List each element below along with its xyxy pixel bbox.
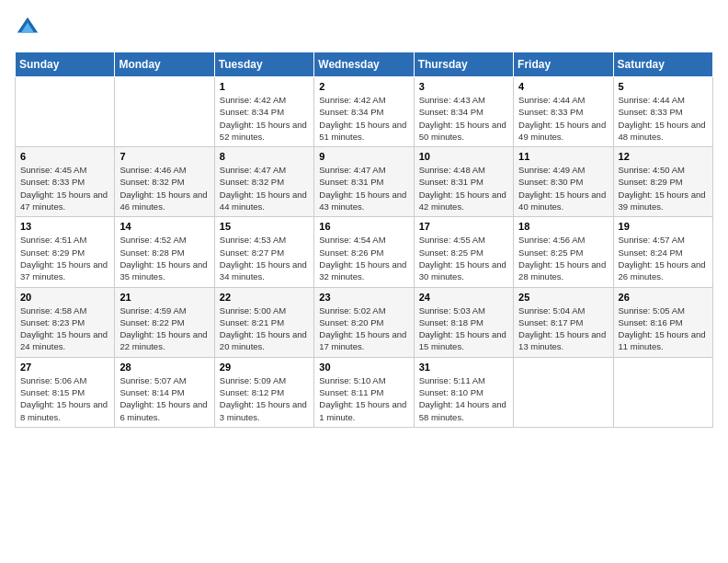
day-number: 27 xyxy=(20,362,109,373)
calendar-cell: 3Sunrise: 4:43 AM Sunset: 8:34 PM Daylig… xyxy=(414,77,513,147)
calendar-header: SundayMondayTuesdayWednesdayThursdayFrid… xyxy=(16,52,713,77)
calendar-cell: 21Sunrise: 4:59 AM Sunset: 8:22 PM Dayli… xyxy=(115,287,214,357)
day-info: Sunrise: 4:42 AM Sunset: 8:34 PM Dayligh… xyxy=(319,94,408,143)
day-number: 7 xyxy=(119,151,209,162)
day-info: Sunrise: 5:03 AM Sunset: 8:18 PM Dayligh… xyxy=(419,304,508,353)
day-info: Sunrise: 5:10 AM Sunset: 8:11 PM Dayligh… xyxy=(319,374,408,423)
calendar-week-row: 6Sunrise: 4:45 AM Sunset: 8:33 PM Daylig… xyxy=(16,147,713,217)
day-info: Sunrise: 4:47 AM Sunset: 8:31 PM Dayligh… xyxy=(319,164,408,213)
day-number: 9 xyxy=(319,151,408,162)
calendar-cell: 19Sunrise: 4:57 AM Sunset: 8:24 PM Dayli… xyxy=(613,217,712,287)
day-number: 11 xyxy=(518,151,608,162)
weekday-header: Monday xyxy=(115,52,214,77)
calendar-cell: 2Sunrise: 4:42 AM Sunset: 8:34 PM Daylig… xyxy=(314,77,414,147)
day-info: Sunrise: 4:51 AM Sunset: 8:29 PM Dayligh… xyxy=(20,234,109,282)
day-info: Sunrise: 4:55 AM Sunset: 8:25 PM Dayligh… xyxy=(419,234,508,282)
calendar-cell: 9Sunrise: 4:47 AM Sunset: 8:31 PM Daylig… xyxy=(314,147,414,217)
day-info: Sunrise: 5:11 AM Sunset: 8:10 PM Dayligh… xyxy=(419,374,508,423)
calendar-cell: 4Sunrise: 4:44 AM Sunset: 8:33 PM Daylig… xyxy=(514,77,613,147)
day-number: 12 xyxy=(619,151,708,162)
calendar: SundayMondayTuesdayWednesdayThursdayFrid… xyxy=(15,52,713,428)
day-info: Sunrise: 4:52 AM Sunset: 8:28 PM Dayligh… xyxy=(119,234,209,282)
day-number: 2 xyxy=(319,81,408,92)
day-info: Sunrise: 4:49 AM Sunset: 8:30 PM Dayligh… xyxy=(518,164,608,213)
calendar-cell xyxy=(613,357,712,427)
day-info: Sunrise: 4:53 AM Sunset: 8:27 PM Dayligh… xyxy=(220,234,309,282)
calendar-cell: 11Sunrise: 4:49 AM Sunset: 8:30 PM Dayli… xyxy=(514,147,613,217)
calendar-cell: 24Sunrise: 5:03 AM Sunset: 8:18 PM Dayli… xyxy=(414,287,513,357)
calendar-cell: 20Sunrise: 4:58 AM Sunset: 8:23 PM Dayli… xyxy=(16,287,115,357)
day-info: Sunrise: 5:06 AM Sunset: 8:15 PM Dayligh… xyxy=(20,374,109,423)
calendar-cell: 14Sunrise: 4:52 AM Sunset: 8:28 PM Dayli… xyxy=(115,217,214,287)
day-number: 5 xyxy=(619,81,708,92)
calendar-cell: 5Sunrise: 4:44 AM Sunset: 8:33 PM Daylig… xyxy=(613,77,712,147)
day-info: Sunrise: 5:05 AM Sunset: 8:16 PM Dayligh… xyxy=(619,304,708,353)
day-info: Sunrise: 4:50 AM Sunset: 8:29 PM Dayligh… xyxy=(619,164,708,213)
calendar-cell: 12Sunrise: 4:50 AM Sunset: 8:29 PM Dayli… xyxy=(613,147,712,217)
weekday-header: Wednesday xyxy=(314,52,414,77)
day-info: Sunrise: 4:45 AM Sunset: 8:33 PM Dayligh… xyxy=(20,164,109,213)
calendar-cell: 16Sunrise: 4:54 AM Sunset: 8:26 PM Dayli… xyxy=(314,217,414,287)
calendar-cell: 1Sunrise: 4:42 AM Sunset: 8:34 PM Daylig… xyxy=(214,77,313,147)
calendar-cell: 10Sunrise: 4:48 AM Sunset: 8:31 PM Dayli… xyxy=(414,147,513,217)
day-info: Sunrise: 5:00 AM Sunset: 8:21 PM Dayligh… xyxy=(220,304,309,353)
day-number: 17 xyxy=(419,221,508,232)
day-info: Sunrise: 4:43 AM Sunset: 8:34 PM Dayligh… xyxy=(419,94,508,143)
calendar-cell: 22Sunrise: 5:00 AM Sunset: 8:21 PM Dayli… xyxy=(214,287,313,357)
day-info: Sunrise: 5:04 AM Sunset: 8:17 PM Dayligh… xyxy=(518,304,608,353)
calendar-cell: 23Sunrise: 5:02 AM Sunset: 8:20 PM Dayli… xyxy=(314,287,414,357)
weekday-header: Thursday xyxy=(414,52,513,77)
calendar-cell: 13Sunrise: 4:51 AM Sunset: 8:29 PM Dayli… xyxy=(16,217,115,287)
day-number: 19 xyxy=(619,221,708,232)
day-number: 20 xyxy=(20,292,109,303)
page-header xyxy=(15,15,713,40)
day-number: 3 xyxy=(419,81,508,92)
day-number: 23 xyxy=(319,292,408,303)
day-info: Sunrise: 4:48 AM Sunset: 8:31 PM Dayligh… xyxy=(419,164,508,213)
day-number: 26 xyxy=(619,292,708,303)
calendar-week-row: 13Sunrise: 4:51 AM Sunset: 8:29 PM Dayli… xyxy=(16,217,713,287)
calendar-cell: 28Sunrise: 5:07 AM Sunset: 8:14 PM Dayli… xyxy=(115,357,214,427)
day-info: Sunrise: 4:54 AM Sunset: 8:26 PM Dayligh… xyxy=(319,234,408,282)
day-number: 16 xyxy=(319,221,408,232)
day-info: Sunrise: 4:56 AM Sunset: 8:25 PM Dayligh… xyxy=(518,234,608,282)
calendar-cell: 26Sunrise: 5:05 AM Sunset: 8:16 PM Dayli… xyxy=(613,287,712,357)
calendar-cell: 27Sunrise: 5:06 AM Sunset: 8:15 PM Dayli… xyxy=(16,357,115,427)
calendar-cell: 7Sunrise: 4:46 AM Sunset: 8:32 PM Daylig… xyxy=(115,147,214,217)
calendar-week-row: 27Sunrise: 5:06 AM Sunset: 8:15 PM Dayli… xyxy=(16,357,713,427)
day-info: Sunrise: 4:46 AM Sunset: 8:32 PM Dayligh… xyxy=(119,164,209,213)
calendar-cell: 25Sunrise: 5:04 AM Sunset: 8:17 PM Dayli… xyxy=(514,287,613,357)
calendar-cell: 30Sunrise: 5:10 AM Sunset: 8:11 PM Dayli… xyxy=(314,357,414,427)
calendar-cell: 29Sunrise: 5:09 AM Sunset: 8:12 PM Dayli… xyxy=(214,357,313,427)
day-info: Sunrise: 4:44 AM Sunset: 8:33 PM Dayligh… xyxy=(619,94,708,143)
weekday-header: Sunday xyxy=(16,52,115,77)
calendar-cell: 15Sunrise: 4:53 AM Sunset: 8:27 PM Dayli… xyxy=(214,217,313,287)
logo-icon xyxy=(15,15,40,40)
calendar-body: 1Sunrise: 4:42 AM Sunset: 8:34 PM Daylig… xyxy=(16,77,713,428)
day-number: 10 xyxy=(419,151,508,162)
day-info: Sunrise: 5:09 AM Sunset: 8:12 PM Dayligh… xyxy=(220,374,309,423)
calendar-cell xyxy=(514,357,613,427)
day-number: 21 xyxy=(119,292,209,303)
calendar-week-row: 1Sunrise: 4:42 AM Sunset: 8:34 PM Daylig… xyxy=(16,77,713,147)
day-info: Sunrise: 4:57 AM Sunset: 8:24 PM Dayligh… xyxy=(619,234,708,282)
day-number: 6 xyxy=(20,151,109,162)
day-number: 30 xyxy=(319,362,408,373)
logo xyxy=(15,15,44,40)
calendar-cell: 6Sunrise: 4:45 AM Sunset: 8:33 PM Daylig… xyxy=(16,147,115,217)
day-info: Sunrise: 4:42 AM Sunset: 8:34 PM Dayligh… xyxy=(220,94,309,143)
calendar-cell: 18Sunrise: 4:56 AM Sunset: 8:25 PM Dayli… xyxy=(514,217,613,287)
day-number: 1 xyxy=(220,81,309,92)
day-number: 8 xyxy=(220,151,309,162)
day-number: 24 xyxy=(419,292,508,303)
day-number: 29 xyxy=(220,362,309,373)
day-number: 25 xyxy=(518,292,608,303)
calendar-cell: 8Sunrise: 4:47 AM Sunset: 8:32 PM Daylig… xyxy=(214,147,313,217)
weekday-row: SundayMondayTuesdayWednesdayThursdayFrid… xyxy=(16,52,713,77)
weekday-header: Tuesday xyxy=(214,52,313,77)
weekday-header: Friday xyxy=(514,52,613,77)
day-number: 28 xyxy=(119,362,209,373)
day-info: Sunrise: 4:58 AM Sunset: 8:23 PM Dayligh… xyxy=(20,304,109,353)
day-number: 14 xyxy=(119,221,209,232)
calendar-cell xyxy=(115,77,214,147)
